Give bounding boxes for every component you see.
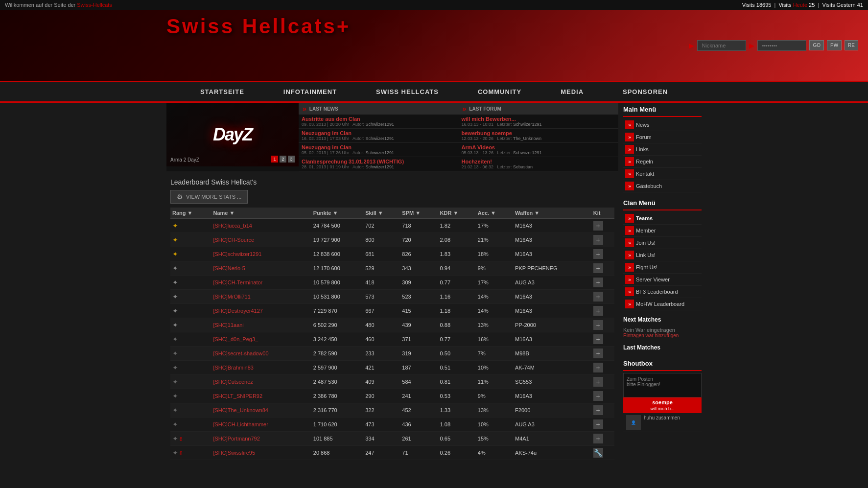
nav-media[interactable]: MEDIA (541, 82, 603, 101)
login-arrow-icon: ▶ (689, 42, 694, 49)
name-cell[interactable]: [SHC]schwiizer1291 (211, 247, 311, 261)
news-item: Neuzugang im Clan 05. 02. 2013 | 17:26 U… (299, 143, 459, 157)
news-item-meta: 28. 01. 2013 | 01:19 Uhr Autor: Schwiize… (302, 164, 456, 169)
name-cell[interactable]: [SHC]LT_SNIPER92 (211, 389, 311, 403)
col-kit[interactable]: Kit (591, 208, 614, 219)
kit-button[interactable]: + (593, 249, 603, 259)
nav-infotainment[interactable]: INFOTAINMENT (264, 82, 356, 101)
sidebar-item-bf3-leaderboard[interactable]: » BF3 Leaderboard (623, 286, 702, 298)
sidebar-item-regeln[interactable]: » Regeln (623, 156, 702, 168)
waffen-cell: M16A3 (513, 389, 591, 403)
kit-button[interactable]: + (593, 235, 603, 245)
forum-item-title[interactable]: Hochzeiten! (462, 159, 616, 164)
go-button[interactable]: GO (809, 40, 824, 50)
spm-cell: 436 (400, 418, 438, 432)
table-row: ✦ [SHC]_d0n_Peg3_ 3 242 450 460 371 0.77… (170, 332, 614, 347)
sidebar-item-link-us[interactable]: » Link Us! (623, 249, 702, 261)
kit-button[interactable]: + (593, 278, 603, 287)
name-cell[interactable]: [SHC]Brahmin83 (211, 361, 311, 375)
name-cell[interactable]: [SHC]CH-Source (211, 233, 311, 247)
news-item-title[interactable]: Austritte aus dem Clan (302, 116, 456, 122)
nickname-input[interactable] (697, 40, 746, 51)
forum-item-title[interactable]: bewerbung soempe (462, 130, 616, 136)
slide-2[interactable]: 2 (280, 156, 286, 163)
name-cell[interactable]: [SHC]CH-Lichthammer (211, 418, 311, 432)
news-item-title[interactable]: Neuzugang im Clan (302, 144, 456, 150)
welcome-text: Willkommen auf der Seite der Swiss-Hellc… (5, 2, 112, 8)
password-input[interactable] (757, 40, 806, 51)
pw-button[interactable]: PW (827, 40, 842, 50)
table-row: ✦ [SHC]11aani 6 502 290 480 439 0.88 13%… (170, 318, 614, 332)
slide-3[interactable]: 3 (288, 156, 295, 163)
site-name-link[interactable]: Swiss-Hellcats (77, 2, 112, 8)
name-cell[interactable]: [SHC]Nerio-5 (211, 261, 311, 276)
sidebar-item-label: Fight Us! (636, 264, 657, 270)
name-cell[interactable]: [SHC]_d0n_Peg3_ (211, 332, 311, 347)
col-punkte[interactable]: Punkte ▼ (311, 208, 363, 219)
name-cell[interactable]: [SHC]Portmann792 (211, 432, 311, 446)
col-skill[interactable]: Skill ▼ (363, 208, 400, 219)
kit-button[interactable]: + (593, 306, 603, 316)
kit-button[interactable]: + (593, 363, 603, 372)
name-cell[interactable]: [SHC]Swissfire95 (211, 446, 311, 460)
kit-button[interactable]: + (593, 292, 603, 302)
sidebar-item-server-viewer[interactable]: » Server Viewer (623, 274, 702, 286)
col-acc[interactable]: Acc. ▼ (476, 208, 513, 219)
col-kdr[interactable]: KDR ▼ (438, 208, 476, 219)
sidebar-item-kontakt[interactable]: » Kontakt (623, 168, 702, 180)
kit-cell: + (591, 389, 614, 403)
rank-wings-icon: ✦ (172, 449, 178, 457)
sidebar-item-fight-us[interactable]: » Fight Us! (623, 261, 702, 274)
sidebar-item-join-us[interactable]: » Join Us! (623, 237, 702, 249)
sidebar-item-member[interactable]: » Member (623, 225, 702, 237)
forum-item-title[interactable]: ArmA Videos (462, 144, 616, 150)
name-cell[interactable]: [SHC]MrOlli711 (211, 290, 311, 304)
col-rang[interactable]: Rang ▼ (170, 208, 211, 219)
kit-button[interactable]: + (593, 405, 603, 415)
name-cell[interactable]: [SHC]Cutscenez (211, 375, 311, 389)
kit-button[interactable]: + (593, 221, 603, 231)
kit-button[interactable]: + (593, 334, 603, 344)
reg-button[interactable]: RE (845, 40, 858, 50)
kit-button[interactable]: + (593, 320, 603, 330)
slide-1[interactable]: 1 (271, 156, 278, 163)
kit-button[interactable]: + (593, 434, 603, 443)
nav-startseite[interactable]: STARTSEITE (181, 82, 264, 101)
kit-button[interactable]: + (593, 419, 603, 429)
view-stats-button[interactable]: ⚙ VIEW MORE STATS ... (170, 190, 248, 204)
dayz-banner: DayZ Arma 2 DayZ 1 2 3 (166, 103, 299, 166)
sidebar-item-teams[interactable]: » Teams (623, 212, 702, 225)
nav-sponsoren[interactable]: SPONSOREN (603, 82, 687, 101)
next-matches-section: Next Matches Kein War eingetragen Eintra… (623, 314, 702, 338)
news-item-title[interactable]: Neuzugang im Clan (302, 130, 456, 136)
name-cell[interactable]: [SHC]lucca_b14 (211, 219, 311, 233)
col-spm[interactable]: SPM ▼ (400, 208, 438, 219)
nav-swiss-hellcats[interactable]: SWISS HELLCATS (356, 82, 458, 101)
acc-cell: 9% (476, 389, 513, 403)
kit-cell: + (591, 247, 614, 261)
name-cell[interactable]: [SHC]Destroyer4127 (211, 304, 311, 318)
sidebar-item-forum[interactable]: » Forum (623, 131, 702, 143)
news-item-title[interactable]: Clanbesprechung 31.01.2013 (WICHTIG) (302, 159, 456, 164)
name-cell[interactable]: [SHC]11aani (211, 318, 311, 332)
nav-community[interactable]: COMMUNITY (458, 82, 541, 101)
name-cell[interactable]: [SHC]CH-Terminator (211, 276, 311, 290)
kit-button[interactable]: + (593, 391, 603, 401)
spm-cell: 439 (400, 318, 438, 332)
sidebar-item-links[interactable]: » Links (623, 143, 702, 156)
col-waffen[interactable]: Waffen ▼ (513, 208, 591, 219)
create-match-link[interactable]: Eintragen war hinzufügen (623, 333, 702, 338)
sidebar-item-gaestebuch[interactable]: » Gästebuch (623, 180, 702, 192)
name-cell[interactable]: [SHC]secret-shadow00 (211, 347, 311, 361)
kit-button[interactable]: + (593, 263, 603, 273)
col-name[interactable]: Name ▼ (211, 208, 311, 219)
kit-button[interactable]: + (593, 377, 603, 387)
name-cell[interactable]: [SHC]The_Unknown84 (211, 403, 311, 418)
forum-item-title[interactable]: will mich Bewerben... (462, 116, 616, 122)
shoutbox-input[interactable]: Zum Posten bitte Einloggen! (623, 373, 702, 397)
kit-button[interactable]: 🔧 (593, 448, 603, 458)
rank-wings-icon: ✦ (172, 435, 178, 442)
kit-button[interactable]: + (593, 349, 603, 358)
sidebar-item-mohw-leaderboard[interactable]: » MoHW Leaderboard (623, 298, 702, 310)
sidebar-item-news[interactable]: » News (623, 119, 702, 131)
